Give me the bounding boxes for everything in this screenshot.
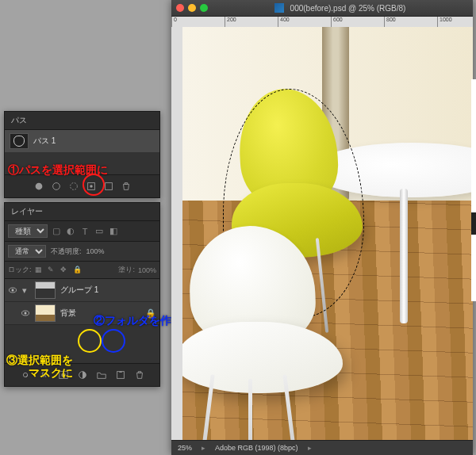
lock-icon: 🔒 [145,308,156,319]
lock-transparency-icon[interactable]: ▦ [35,266,44,275]
right-edge-strip [471,79,476,301]
lock-all-icon[interactable]: 🔒 [73,266,83,275]
layer-name: 背景 [60,308,76,319]
add-mask-icon[interactable] [56,369,71,381]
layers-lock-row: ロック: ▦ ✎ ✥ 🔒 塗り: 100% [5,262,159,279]
status-bar: 25% ▸ Adobe RGB (1998) (8bpc) ▸ [171,440,473,455]
svg-point-4 [90,185,93,188]
path-thumbnail [10,133,29,149]
layers-filter-row: 種類 ▢ ◐ T ▭ ◧ [5,221,159,242]
path-to-selection-icon[interactable] [67,180,81,193]
svg-point-1 [52,183,60,190]
fill-value[interactable]: 100% [138,266,156,274]
layers-panel-footer: fx [5,363,159,386]
filter-type-icon[interactable]: T [79,226,90,237]
filter-shape-icon[interactable]: ▭ [94,226,105,237]
layers-panel: レイヤー 種類 ▢ ◐ T ▭ ◧ 通常 不透明度: 100% ロック: ▦ ✎… [4,202,160,387]
filter-image-icon[interactable]: ▢ [51,226,62,237]
new-layer-icon[interactable] [113,369,128,381]
canvas[interactable] [182,27,473,441]
path-name: パス 1 [33,136,56,147]
layer-thumbnail [35,304,56,322]
lock-label: ロック: [8,265,32,275]
titlebar: 000(before).psd @ 25% (RGB/8) [171,0,473,17]
paths-panel-footer [5,174,159,197]
path-item[interactable]: パス 1 [5,130,159,152]
opacity-value[interactable]: 100% [86,247,105,255]
new-path-icon[interactable] [102,180,116,193]
blend-mode-select[interactable]: 通常 [8,245,46,258]
svg-point-0 [35,183,42,190]
chair-white [182,226,340,441]
lock-position-icon[interactable]: ✥ [60,266,70,275]
ruler-vertical[interactable] [171,27,183,441]
layers-panel-title: レイヤー [5,203,159,221]
minimize-button[interactable] [188,4,196,12]
layer-name: グループ 1 [60,285,98,296]
zoom-button[interactable] [200,4,208,12]
visibility-icon[interactable] [21,308,30,318]
delete-path-icon[interactable] [119,180,133,193]
delete-layer-icon[interactable] [132,369,147,381]
new-group-icon[interactable] [94,369,109,381]
paths-panel-title: パス [5,112,159,130]
filter-adjust-icon[interactable]: ◐ [65,226,76,237]
group-thumbnail [35,281,56,299]
svg-point-9 [25,312,27,315]
lock-pixels-icon[interactable]: ✎ [48,266,57,275]
svg-point-11 [61,373,65,377]
layer-row-group[interactable]: ▾ グループ 1 [5,279,159,302]
link-layers-icon[interactable] [18,369,33,381]
document-title: 000(before).psd @ 25% (RGB/8) [290,4,406,13]
layers-blend-row: 通常 不透明度: 100% [5,242,159,262]
color-profile: Adobe RGB (1998) (8bpc) [215,444,298,452]
document-window: 000(before).psd @ 25% (RGB/8) 0200400600… [171,0,473,455]
opacity-label: 不透明度: [51,247,82,257]
filter-smart-icon[interactable]: ◧ [108,226,119,237]
adjustment-layer-icon[interactable] [75,369,90,381]
paths-panel: パス パス 1 [4,111,160,198]
fx-icon[interactable]: fx [37,369,52,381]
photo-content [182,27,473,441]
visibility-icon[interactable] [8,285,17,295]
filter-type-select[interactable]: 種類 [8,224,48,238]
zoom-value[interactable]: 25% [178,444,192,452]
fill-label: 塗り: [118,265,135,275]
close-button[interactable] [176,4,184,12]
fill-path-icon[interactable] [32,180,46,193]
chevron-down-icon[interactable]: ▾ [22,285,30,296]
svg-rect-5 [105,183,112,190]
layer-row-bg[interactable]: 背景 🔒 [5,302,159,325]
svg-point-7 [12,289,14,292]
selection-to-path-icon[interactable] [84,180,98,193]
svg-point-2 [70,183,77,190]
stroke-path-icon[interactable] [49,180,63,193]
psd-file-icon [274,3,284,13]
